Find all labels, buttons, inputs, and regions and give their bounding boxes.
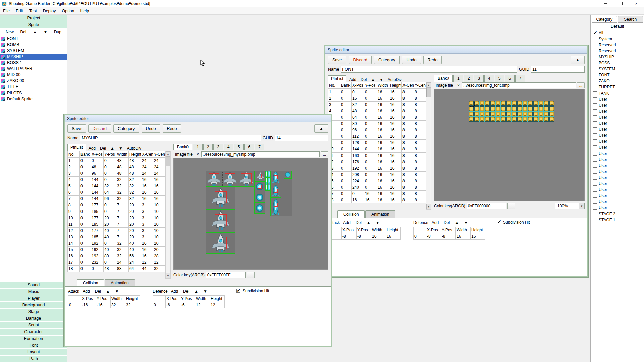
category-item[interactable]: User: [591, 169, 644, 175]
pattern-row[interactable]: 2048048482424: [68, 164, 165, 170]
category-item[interactable]: User: [591, 199, 644, 205]
category-item[interactable]: User: [591, 126, 644, 132]
category-checkbox[interactable]: [593, 73, 597, 77]
sprite-toolbar-button[interactable]: ▲: [31, 29, 39, 34]
category-item[interactable]: User: [591, 163, 644, 169]
save-button[interactable]: Save: [328, 56, 346, 64]
defence-up-button[interactable]: ▲: [193, 289, 200, 294]
delete-pattern-button[interactable]: Del: [98, 146, 108, 151]
bank-tab[interactable]: 5: [234, 144, 244, 150]
pattern-row[interactable]: 11018520720310: [68, 221, 165, 228]
move-up-button[interactable]: ▲: [369, 77, 377, 82]
attack-delete-button[interactable]: Del: [354, 220, 363, 225]
sprite-list-item[interactable]: MID 00: [0, 72, 67, 78]
font-spritesheet-image[interactable]: [469, 101, 554, 122]
undo-button[interactable]: Undo: [402, 56, 421, 64]
attack-row[interactable]: 0-16-163232: [68, 302, 140, 308]
discard-button[interactable]: Discard: [349, 56, 372, 64]
category-checkbox[interactable]: [593, 49, 597, 53]
category-checkbox[interactable]: [593, 85, 597, 89]
pattern-row[interactable]: 801770720310: [68, 202, 165, 208]
category-item[interactable]: MYSHIP: [591, 54, 644, 60]
category-item[interactable]: System: [591, 36, 644, 42]
collapse-button[interactable]: ▲: [314, 124, 328, 133]
category-checkbox[interactable]: [593, 97, 597, 101]
maximize-button[interactable]: [613, 0, 629, 7]
scroll-down-button[interactable]: ▼: [426, 204, 431, 209]
autodiv-button[interactable]: AutoDiv: [125, 146, 143, 151]
image-file-button[interactable]: Image file: [173, 152, 194, 157]
resource-section-bar[interactable]: Stage: [0, 308, 67, 315]
image-path-input[interactable]: [462, 82, 576, 88]
editor-titlebar[interactable]: Sprite editor: [65, 115, 331, 122]
category-checkbox[interactable]: [593, 218, 597, 222]
bank-tab[interactable]: 2: [464, 75, 474, 82]
subdivision-checkbox[interactable]: [497, 220, 501, 224]
bank-tab[interactable]: 3: [213, 144, 223, 150]
attack-up-button[interactable]: ▲: [365, 220, 372, 225]
bottom-tab[interactable]: Collision: [77, 279, 104, 286]
pattern-row[interactable]: 901850720310: [68, 208, 165, 215]
pattern-row[interactable]: 100048482424: [68, 158, 165, 164]
myship-spritesheet-image[interactable]: [206, 171, 294, 254]
sprite-toolbar-button[interactable]: Del: [19, 29, 28, 34]
pattern-row[interactable]: 50640161688: [328, 114, 426, 121]
category-checkbox[interactable]: [593, 103, 597, 107]
category-checkbox[interactable]: [593, 127, 597, 131]
pattern-row[interactable]: 40144032321616: [68, 177, 165, 183]
category-checkbox[interactable]: [593, 109, 597, 113]
bank-tab[interactable]: Bank0: [434, 75, 453, 82]
colorkey-browse-button[interactable]: ...: [247, 272, 255, 278]
category-checkbox[interactable]: [593, 91, 597, 95]
category-checkbox[interactable]: [593, 158, 597, 162]
category-checkbox[interactable]: [593, 200, 597, 204]
category-checkbox[interactable]: [593, 121, 597, 125]
editor-titlebar[interactable]: Sprite editor: [325, 46, 587, 54]
bottom-tab[interactable]: Collision: [337, 210, 365, 218]
scroll-up-button[interactable]: ▲: [426, 82, 431, 88]
category-checkbox[interactable]: [593, 61, 597, 65]
sprite-list-item[interactable]: ZAKO 00: [0, 78, 67, 84]
colorkey-browse-button[interactable]: ...: [507, 203, 515, 209]
bank-tab[interactable]: 6: [244, 144, 254, 150]
defence-row[interactable]: 0-6-61212: [153, 302, 225, 308]
category-checkbox[interactable]: [593, 182, 597, 186]
bank-tab[interactable]: 1: [193, 144, 203, 150]
category-checkbox[interactable]: [593, 176, 597, 180]
category-checkbox[interactable]: [593, 194, 597, 198]
resource-section-bar[interactable]: Barrage: [0, 315, 67, 322]
scrollbar-track[interactable]: [166, 166, 170, 273]
sprite-list-item[interactable]: FONT: [0, 36, 67, 42]
category-checkbox[interactable]: [593, 152, 597, 156]
bank-tab[interactable]: 6: [505, 75, 515, 82]
category-item[interactable]: ZAKO: [591, 78, 644, 84]
guid-input[interactable]: [531, 66, 585, 73]
pattern-row[interactable]: 60800161688: [328, 121, 426, 127]
category-item[interactable]: All: [591, 30, 644, 36]
bank-tab[interactable]: Bank0: [173, 144, 192, 150]
pattern-row[interactable]: 1101600161688: [328, 153, 426, 159]
sprite-preview-area[interactable]: [173, 158, 328, 270]
category-checkbox[interactable]: [593, 43, 597, 47]
save-button[interactable]: Save: [67, 124, 86, 133]
zoom-select[interactable]: 100% ▼: [555, 203, 585, 209]
sprite-list-item[interactable]: SYSTEM: [0, 48, 67, 54]
pattern-row[interactable]: 40480161688: [328, 108, 426, 114]
scroll-down-button[interactable]: ▼: [166, 273, 170, 278]
bank-tab[interactable]: 7: [255, 144, 264, 150]
bank-tab[interactable]: 3: [474, 75, 484, 82]
sprite-toolbar-button[interactable]: Dup: [52, 29, 63, 34]
pattern-row[interactable]: 1402080161688: [328, 172, 426, 178]
autodiv-button[interactable]: AutoDiv: [386, 77, 404, 82]
guid-input[interactable]: [275, 135, 328, 141]
name-input[interactable]: [341, 66, 517, 73]
pattern-row[interactable]: 1201760161688: [328, 159, 426, 165]
pattern-row[interactable]: 1502240161688: [328, 178, 426, 184]
sprite-toolbar-button[interactable]: New: [4, 29, 15, 34]
pattern-row[interactable]: 601446432321616: [68, 189, 165, 196]
resource-section-bar[interactable]: Path: [0, 355, 67, 362]
attack-add-button[interactable]: Add: [81, 289, 91, 294]
category-checkbox[interactable]: [593, 79, 597, 83]
category-checkbox[interactable]: [593, 55, 597, 59]
clear-image-button[interactable]: ×: [456, 83, 461, 88]
